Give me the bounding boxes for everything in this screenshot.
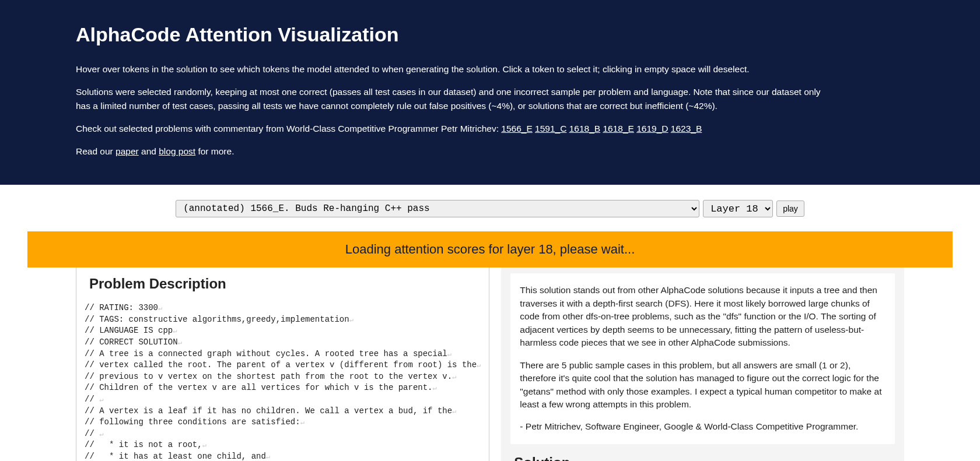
header: AlphaCode Attention Visualization Hover … [0,0,980,185]
return-char-icon: ↵ [99,396,103,404]
commentary-p3: - Petr Mitrichev, Software Engineer, Goo… [520,420,886,433]
controls-bar: (annotated) 1566_E. Buds Re-hanging C++ … [0,185,980,223]
return-char-icon: ↵ [447,350,452,358]
link-1618-e[interactable]: 1618_E [603,124,634,133]
link-1618-b[interactable]: 1618_B [569,124,600,133]
link-1619-d[interactable]: 1619_D [636,124,668,133]
code-line[interactable]: // LANGUAGE IS cpp [85,326,173,335]
paper-link[interactable]: paper [116,146,139,156]
code-line[interactable]: // Children of the vertex v are all vert… [85,383,433,392]
commentary-p1: This solution stands out from other Alph… [520,284,886,349]
solution-title: Solution [501,455,904,461]
code-line[interactable]: // RATING: 3300 [85,303,158,312]
return-char-icon: ↵ [158,304,162,312]
formore-text: for more. [195,146,234,156]
return-char-icon: ↵ [99,430,103,438]
readour-paragraph: Read our paper and blog post for more. [76,145,834,158]
return-char-icon: ↵ [452,373,456,381]
code-line[interactable]: // previous to v vertex on the shortest … [85,372,452,381]
checkout-paragraph: Check out selected problems with comment… [76,122,834,135]
play-button[interactable]: play [776,200,804,217]
link-1623-b[interactable]: 1623_B [671,124,702,133]
problem-code-block[interactable]: // RATING: 3300↵ // TAGS: constructive a… [76,298,489,461]
blogpost-link[interactable]: blog post [159,146,195,156]
code-line[interactable]: // A tree is a connected graph without c… [85,349,447,358]
content-wrapper: Problem Description // RATING: 3300↵ // … [0,268,980,461]
problem-description-title: Problem Description [76,268,489,298]
code-line[interactable]: // vertex called the root. The parent of… [85,360,477,369]
problem-select[interactable]: (annotated) 1566_E. Buds Re-hanging C++ … [176,200,699,217]
page-title: AlphaCode Attention Visualization [76,23,904,46]
and-text: and [139,146,159,156]
intro-paragraph-1: Hover over tokens in the solution to see… [76,62,834,76]
link-1566-e[interactable]: 1566_E [501,124,532,133]
solution-panel: This solution stands out from other Alph… [501,268,904,461]
return-char-icon: ↵ [477,361,481,369]
checkout-prefix: Check out selected problems with comment… [76,124,501,133]
code-line[interactable]: // [85,395,99,404]
commentary-p2: There are 5 public sample cases in this … [520,359,886,411]
code-line[interactable]: // following three conditions are satisf… [85,417,300,427]
intro-paragraph-2: Solutions were selected randomly, keepin… [76,85,834,112]
link-1591-c[interactable]: 1591_C [535,124,566,133]
problem-description-panel: Problem Description // RATING: 3300↵ // … [76,268,489,461]
return-char-icon: ↵ [266,453,270,461]
loading-banner: Loading attention scores for layer 18, p… [27,231,953,268]
readour-prefix: Read our [76,146,116,156]
code-line[interactable]: // * it has at least one child, and [85,452,266,461]
code-line[interactable]: // TAGS: constructive algorithms,greedy,… [85,315,349,324]
return-char-icon: ↵ [433,384,437,392]
return-char-icon: ↵ [202,441,206,449]
commentary-box: This solution stands out from other Alph… [510,273,895,444]
return-char-icon: ↵ [300,418,304,427]
return-char-icon: ↵ [178,339,182,347]
return-char-icon: ↵ [349,316,354,324]
code-line[interactable]: // * it is not a root, [85,440,202,449]
code-line[interactable]: // CORRECT SOLUTION [85,337,178,347]
code-line[interactable]: // [85,429,99,438]
return-char-icon: ↵ [452,407,456,416]
return-char-icon: ↵ [173,327,177,335]
layer-select[interactable]: Layer 18 [703,200,773,217]
code-line[interactable]: // A vertex is a leaf if it has no child… [85,406,452,416]
